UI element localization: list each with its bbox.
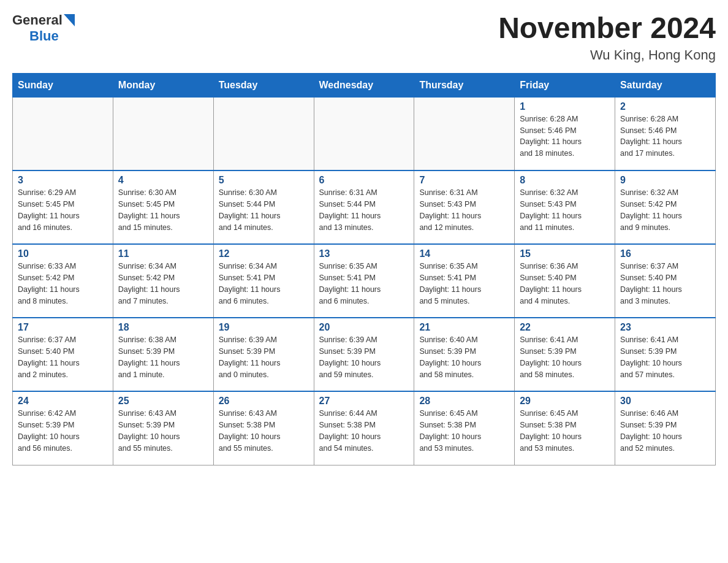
- day-info: Sunrise: 6:42 AMSunset: 5:39 PMDaylight:…: [18, 408, 108, 454]
- page-header: General Blue November 2024 Wu King, Hong…: [12, 12, 716, 63]
- weekday-header-sunday: Sunday: [13, 73, 113, 97]
- day-number: 22: [520, 322, 610, 333]
- week-row-4: 17Sunrise: 6:37 AMSunset: 5:40 PMDayligh…: [13, 318, 716, 391]
- weekday-header-friday: Friday: [515, 73, 615, 97]
- day-number: 5: [219, 175, 309, 186]
- calendar-cell: 20Sunrise: 6:39 AMSunset: 5:39 PMDayligh…: [314, 318, 414, 391]
- week-row-3: 10Sunrise: 6:33 AMSunset: 5:42 PMDayligh…: [13, 244, 716, 318]
- calendar-cell: 28Sunrise: 6:45 AMSunset: 5:38 PMDayligh…: [414, 391, 515, 465]
- calendar-cell: 6Sunrise: 6:31 AMSunset: 5:44 PMDaylight…: [314, 170, 414, 244]
- day-info: Sunrise: 6:30 AMSunset: 5:45 PMDaylight:…: [118, 187, 208, 233]
- week-row-5: 24Sunrise: 6:42 AMSunset: 5:39 PMDayligh…: [13, 391, 716, 465]
- day-number: 4: [118, 175, 208, 186]
- calendar-cell: 13Sunrise: 6:35 AMSunset: 5:41 PMDayligh…: [314, 244, 414, 318]
- calendar-cell: 19Sunrise: 6:39 AMSunset: 5:39 PMDayligh…: [213, 318, 314, 391]
- day-info: Sunrise: 6:44 AMSunset: 5:38 PMDaylight:…: [319, 408, 409, 454]
- day-number: 1: [520, 101, 610, 112]
- calendar-cell: 12Sunrise: 6:34 AMSunset: 5:41 PMDayligh…: [213, 244, 314, 318]
- month-title: November 2024: [498, 12, 716, 45]
- day-info: Sunrise: 6:32 AMSunset: 5:42 PMDaylight:…: [620, 187, 710, 233]
- weekday-header-saturday: Saturday: [615, 73, 716, 97]
- calendar-cell: 5Sunrise: 6:30 AMSunset: 5:44 PMDaylight…: [213, 170, 314, 244]
- location-subtitle: Wu King, Hong Kong: [498, 47, 716, 63]
- day-number: 6: [319, 175, 409, 186]
- day-info: Sunrise: 6:34 AMSunset: 5:41 PMDaylight:…: [219, 261, 309, 307]
- day-number: 24: [18, 396, 108, 407]
- calendar-cell: 15Sunrise: 6:36 AMSunset: 5:40 PMDayligh…: [515, 244, 615, 318]
- calendar-cell: 27Sunrise: 6:44 AMSunset: 5:38 PMDayligh…: [314, 391, 414, 465]
- logo-general-text: General: [12, 12, 63, 28]
- weekday-header-thursday: Thursday: [414, 73, 515, 97]
- calendar-cell: 24Sunrise: 6:42 AMSunset: 5:39 PMDayligh…: [13, 391, 113, 465]
- calendar-cell: 17Sunrise: 6:37 AMSunset: 5:40 PMDayligh…: [13, 318, 113, 391]
- calendar-cell: 21Sunrise: 6:40 AMSunset: 5:39 PMDayligh…: [414, 318, 515, 391]
- day-number: 25: [118, 396, 208, 407]
- day-info: Sunrise: 6:33 AMSunset: 5:42 PMDaylight:…: [18, 261, 108, 307]
- day-number: 30: [620, 396, 710, 407]
- day-info: Sunrise: 6:29 AMSunset: 5:45 PMDaylight:…: [18, 187, 108, 233]
- day-info: Sunrise: 6:37 AMSunset: 5:40 PMDaylight:…: [620, 261, 710, 307]
- calendar-cell: 14Sunrise: 6:35 AMSunset: 5:41 PMDayligh…: [414, 244, 515, 318]
- logo: General Blue: [12, 12, 75, 44]
- day-info: Sunrise: 6:45 AMSunset: 5:38 PMDaylight:…: [520, 408, 610, 454]
- day-number: 19: [219, 322, 309, 333]
- calendar-cell: 2Sunrise: 6:28 AMSunset: 5:46 PMDaylight…: [615, 97, 716, 170]
- day-info: Sunrise: 6:31 AMSunset: 5:43 PMDaylight:…: [419, 187, 509, 233]
- weekday-header-monday: Monday: [113, 73, 213, 97]
- day-number: 26: [219, 396, 309, 407]
- logo-blue-text: Blue: [29, 28, 75, 44]
- day-info: Sunrise: 6:39 AMSunset: 5:39 PMDaylight:…: [319, 334, 409, 380]
- day-number: 13: [319, 248, 409, 259]
- calendar-cell: 3Sunrise: 6:29 AMSunset: 5:45 PMDaylight…: [13, 170, 113, 244]
- calendar-cell: 30Sunrise: 6:46 AMSunset: 5:39 PMDayligh…: [615, 391, 716, 465]
- calendar-cell: [414, 97, 515, 170]
- day-info: Sunrise: 6:40 AMSunset: 5:39 PMDaylight:…: [419, 334, 509, 380]
- calendar-cell: [314, 97, 414, 170]
- weekday-header-wednesday: Wednesday: [314, 73, 414, 97]
- day-number: 8: [520, 175, 610, 186]
- day-number: 7: [419, 175, 509, 186]
- calendar-cell: [213, 97, 314, 170]
- day-info: Sunrise: 6:38 AMSunset: 5:39 PMDaylight:…: [118, 334, 208, 380]
- day-number: 3: [18, 175, 108, 186]
- day-number: 17: [18, 322, 108, 333]
- day-number: 28: [419, 396, 509, 407]
- calendar-cell: 26Sunrise: 6:43 AMSunset: 5:38 PMDayligh…: [213, 391, 314, 465]
- day-info: Sunrise: 6:36 AMSunset: 5:40 PMDaylight:…: [520, 261, 610, 307]
- day-info: Sunrise: 6:32 AMSunset: 5:43 PMDaylight:…: [520, 187, 610, 233]
- calendar-cell: [113, 97, 213, 170]
- day-info: Sunrise: 6:43 AMSunset: 5:39 PMDaylight:…: [118, 408, 208, 454]
- day-info: Sunrise: 6:34 AMSunset: 5:42 PMDaylight:…: [118, 261, 208, 307]
- svg-marker-0: [64, 14, 75, 26]
- week-row-2: 3Sunrise: 6:29 AMSunset: 5:45 PMDaylight…: [13, 170, 716, 244]
- day-number: 9: [620, 175, 710, 186]
- day-info: Sunrise: 6:35 AMSunset: 5:41 PMDaylight:…: [319, 261, 409, 307]
- logo-triangle-icon: [64, 14, 75, 26]
- day-number: 15: [520, 248, 610, 259]
- calendar-cell: 9Sunrise: 6:32 AMSunset: 5:42 PMDaylight…: [615, 170, 716, 244]
- calendar-cell: 29Sunrise: 6:45 AMSunset: 5:38 PMDayligh…: [515, 391, 615, 465]
- day-number: 12: [219, 248, 309, 259]
- calendar-cell: 1Sunrise: 6:28 AMSunset: 5:46 PMDaylight…: [515, 97, 615, 170]
- day-number: 29: [520, 396, 610, 407]
- calendar-cell: 11Sunrise: 6:34 AMSunset: 5:42 PMDayligh…: [113, 244, 213, 318]
- weekday-header-row: SundayMondayTuesdayWednesdayThursdayFrid…: [13, 73, 716, 97]
- day-number: 20: [319, 322, 409, 333]
- calendar-cell: 10Sunrise: 6:33 AMSunset: 5:42 PMDayligh…: [13, 244, 113, 318]
- day-info: Sunrise: 6:31 AMSunset: 5:44 PMDaylight:…: [319, 187, 409, 233]
- day-number: 27: [319, 396, 409, 407]
- day-number: 16: [620, 248, 710, 259]
- day-number: 21: [419, 322, 509, 333]
- day-number: 18: [118, 322, 208, 333]
- day-info: Sunrise: 6:45 AMSunset: 5:38 PMDaylight:…: [419, 408, 509, 454]
- day-number: 14: [419, 248, 509, 259]
- calendar-cell: 8Sunrise: 6:32 AMSunset: 5:43 PMDaylight…: [515, 170, 615, 244]
- day-info: Sunrise: 6:28 AMSunset: 5:46 PMDaylight:…: [520, 113, 610, 159]
- day-info: Sunrise: 6:43 AMSunset: 5:38 PMDaylight:…: [219, 408, 309, 454]
- week-row-1: 1Sunrise: 6:28 AMSunset: 5:46 PMDaylight…: [13, 97, 716, 170]
- calendar-cell: 16Sunrise: 6:37 AMSunset: 5:40 PMDayligh…: [615, 244, 716, 318]
- day-number: 10: [18, 248, 108, 259]
- day-info: Sunrise: 6:41 AMSunset: 5:39 PMDaylight:…: [520, 334, 610, 380]
- calendar-cell: 23Sunrise: 6:41 AMSunset: 5:39 PMDayligh…: [615, 318, 716, 391]
- day-info: Sunrise: 6:35 AMSunset: 5:41 PMDaylight:…: [419, 261, 509, 307]
